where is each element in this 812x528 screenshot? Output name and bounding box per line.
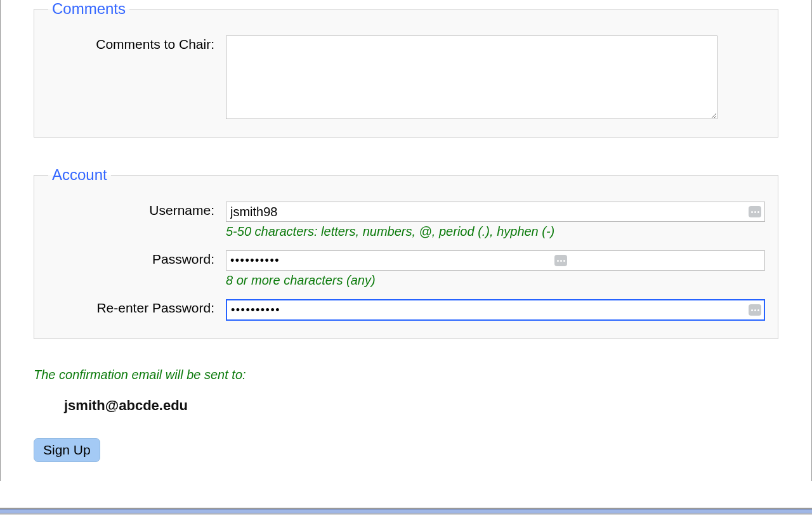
ellipsis-icon[interactable] bbox=[749, 206, 761, 217]
ellipsis-icon[interactable] bbox=[749, 304, 761, 316]
account-fieldset: Account Username: 5-50 characters: lette… bbox=[34, 166, 778, 339]
reenter-password-label: Re-enter Password: bbox=[47, 299, 226, 316]
ellipsis-icon[interactable] bbox=[554, 255, 567, 266]
password-label: Password: bbox=[47, 250, 226, 267]
comments-chair-label: Comments to Chair: bbox=[47, 35, 226, 52]
confirmation-text: The confirmation email will be sent to: bbox=[34, 368, 778, 382]
comments-fieldset: Comments Comments to Chair: bbox=[34, 0, 778, 138]
password-input[interactable] bbox=[226, 250, 765, 271]
comments-chair-textarea[interactable] bbox=[226, 35, 717, 119]
reenter-password-input[interactable] bbox=[226, 299, 765, 321]
password-hint: 8 or more characters (any) bbox=[226, 273, 765, 288]
username-input[interactable] bbox=[226, 202, 765, 222]
account-legend: Account bbox=[48, 166, 111, 184]
signup-button[interactable]: Sign Up bbox=[34, 438, 100, 462]
confirmation-email: jsmith@abcde.edu bbox=[64, 397, 778, 414]
footer-divider bbox=[0, 508, 812, 515]
username-label: Username: bbox=[47, 202, 226, 218]
comments-legend: Comments bbox=[48, 0, 129, 18]
username-hint: 5-50 characters: letters, numbers, @, pe… bbox=[226, 224, 765, 239]
